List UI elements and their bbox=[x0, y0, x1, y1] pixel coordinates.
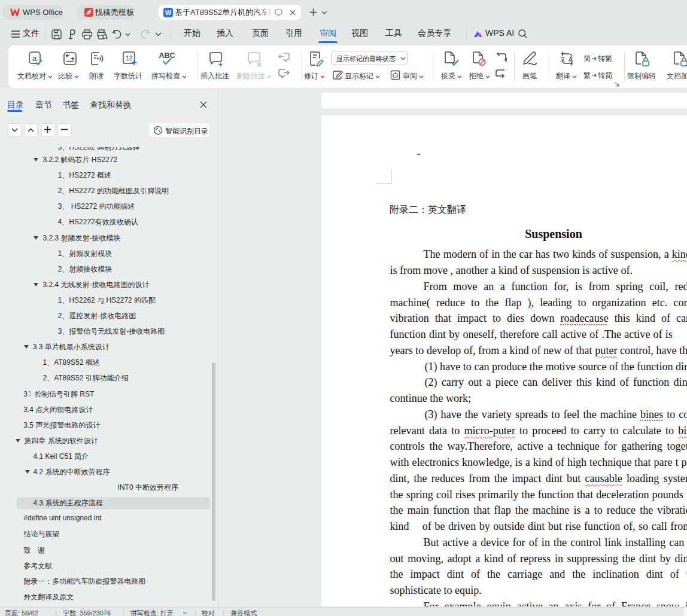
svg-text:ABC: ABC bbox=[159, 51, 175, 60]
svg-text:a: a bbox=[32, 54, 37, 63]
svg-text:W: W bbox=[165, 9, 172, 16]
svg-text:12: 12 bbox=[125, 54, 132, 62]
svg-text:A: A bbox=[569, 56, 573, 63]
svg-text:文: 文 bbox=[560, 56, 566, 62]
